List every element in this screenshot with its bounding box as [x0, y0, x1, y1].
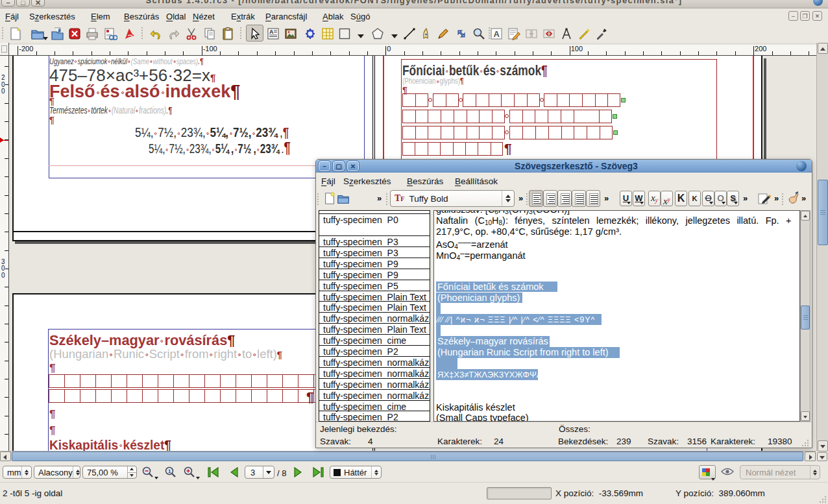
svg-text:1: 1 [168, 468, 171, 474]
svg-text:A: A [269, 29, 274, 35]
svg-text:A: A [494, 29, 500, 39]
